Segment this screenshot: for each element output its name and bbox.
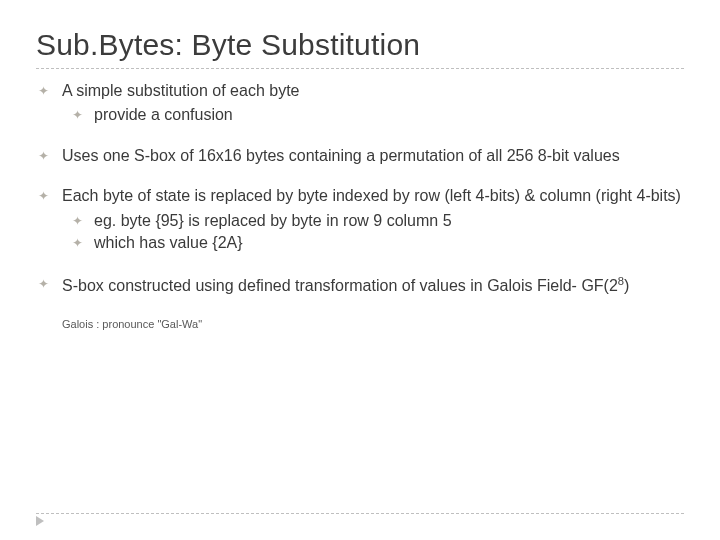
bullet-icon: ✦ bbox=[38, 149, 49, 164]
footer bbox=[36, 513, 684, 514]
bullet-icon: ✦ bbox=[38, 277, 49, 292]
sub-bullet-text: eg. byte {95} is replaced by byte in row… bbox=[94, 212, 452, 229]
title-divider bbox=[36, 68, 684, 69]
bullet-icon: ✦ bbox=[72, 108, 83, 123]
slide-content: ✦ A simple substitution of each byte ✦ p… bbox=[36, 81, 684, 331]
bullet-text: Uses one S-box of 16x16 bytes containing… bbox=[62, 147, 620, 164]
bullet-text: A simple substitution of each byte bbox=[62, 82, 299, 99]
bullet-item: ✦ Each byte of state is replaced by byte… bbox=[36, 186, 684, 253]
bullet-text: Each byte of state is replaced by byte i… bbox=[62, 187, 681, 204]
slide: Sub.Bytes: Byte Substitution ✦ A simple … bbox=[0, 0, 720, 540]
bullet-text: S-box constructed using defined transfor… bbox=[62, 277, 629, 294]
sub-bullet-text: which has value {2A} bbox=[94, 234, 243, 251]
bullet-item: ✦ S-box constructed using defined transf… bbox=[36, 274, 684, 297]
sub-bullet-list: ✦ provide a confusion bbox=[62, 105, 684, 125]
footer-divider bbox=[36, 513, 684, 514]
sub-bullet-item: ✦ eg. byte {95} is replaced by byte in r… bbox=[62, 211, 684, 231]
bullet-icon: ✦ bbox=[38, 84, 49, 99]
bullet-item: ✦ A simple substitution of each byte ✦ p… bbox=[36, 81, 684, 126]
slide-title: Sub.Bytes: Byte Substitution bbox=[36, 28, 684, 62]
pronunciation-note: Galois : pronounce "Gal-Wa" bbox=[62, 317, 684, 331]
bullet-list: ✦ A simple substitution of each byte ✦ p… bbox=[36, 81, 684, 297]
sub-bullet-text: provide a confusion bbox=[94, 106, 233, 123]
sub-bullet-item: ✦ provide a confusion bbox=[62, 105, 684, 125]
bullet-item: ✦ Uses one S-box of 16x16 bytes containi… bbox=[36, 146, 684, 166]
sub-bullet-item: ✦ which has value {2A} bbox=[62, 233, 684, 253]
bullet-icon: ✦ bbox=[38, 189, 49, 204]
bullet-icon: ✦ bbox=[72, 214, 83, 229]
bullet-icon: ✦ bbox=[72, 236, 83, 251]
sub-bullet-list: ✦ eg. byte {95} is replaced by byte in r… bbox=[62, 211, 684, 254]
arrow-right-icon bbox=[36, 516, 44, 526]
